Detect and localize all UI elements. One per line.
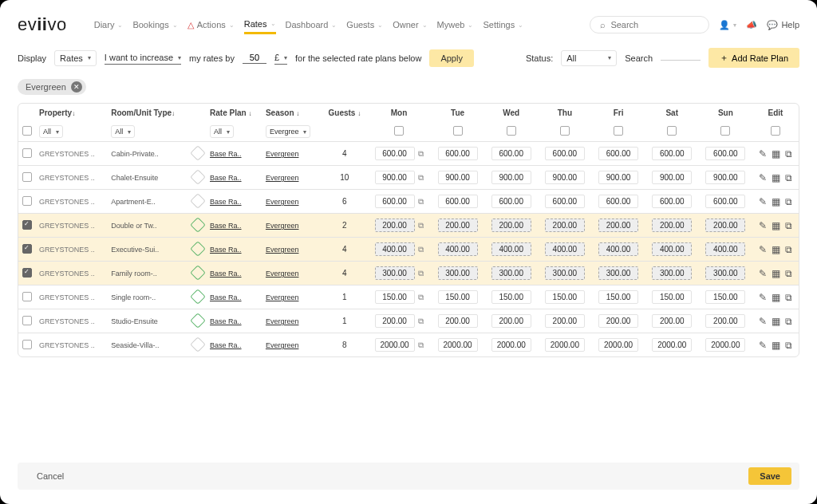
nav-settings[interactable]: Settings⌄ bbox=[483, 20, 523, 30]
rate-cell[interactable]: 150.00 bbox=[598, 290, 638, 304]
rate-cell[interactable]: 200.00 bbox=[545, 219, 585, 232]
rate-cell[interactable]: 300.00 bbox=[438, 266, 478, 280]
day-checkbox-thu[interactable] bbox=[560, 126, 570, 136]
nav-diary[interactable]: Diary⌄ bbox=[94, 20, 124, 30]
col-rateplan[interactable]: Rate Plan ↓ bbox=[207, 104, 262, 122]
wand-icon[interactable]: ✎ bbox=[759, 316, 767, 327]
rate-plan-link[interactable]: Base Ra.. bbox=[210, 293, 242, 301]
day-checkbox-tue[interactable] bbox=[453, 126, 463, 136]
rate-cell[interactable]: 900.00 bbox=[598, 171, 638, 184]
rate-cell[interactable]: 600.00 bbox=[438, 147, 478, 160]
rate-cell[interactable]: 300.00 bbox=[375, 266, 415, 280]
wand-icon[interactable]: ✎ bbox=[759, 292, 767, 303]
rate-cell[interactable]: 400.00 bbox=[598, 242, 638, 256]
nav-dashboard[interactable]: Dashboard⌄ bbox=[286, 20, 337, 30]
rate-cell[interactable]: 2000.00 bbox=[652, 338, 692, 352]
rate-cell[interactable]: 600.00 bbox=[598, 195, 638, 208]
announcements-icon[interactable]: 📣 bbox=[746, 20, 757, 30]
copy-icon[interactable]: ⧉ bbox=[785, 172, 792, 183]
copy-icon[interactable]: ⧉ bbox=[418, 341, 424, 350]
copy-icon[interactable]: ⧉ bbox=[785, 340, 792, 351]
filter-chip-evergreen[interactable]: Evergreen ✕ bbox=[18, 79, 86, 95]
wand-icon[interactable]: ✎ bbox=[759, 340, 767, 351]
rate-cell[interactable]: 900.00 bbox=[491, 171, 531, 184]
day-checkbox-mon[interactable] bbox=[394, 126, 404, 136]
wand-icon[interactable]: ✎ bbox=[759, 148, 767, 159]
row-checkbox[interactable] bbox=[22, 196, 32, 206]
nav-actions[interactable]: △Actions⌄ bbox=[187, 20, 235, 30]
select-all-checkbox[interactable] bbox=[22, 126, 32, 136]
copy-icon[interactable]: ⧉ bbox=[418, 245, 424, 254]
rate-cell[interactable]: 300.00 bbox=[652, 266, 692, 280]
rate-cell[interactable]: 600.00 bbox=[375, 147, 415, 160]
amount-input[interactable] bbox=[243, 52, 266, 64]
remove-filter-icon[interactable]: ✕ bbox=[71, 81, 82, 93]
rate-cell[interactable]: 600.00 bbox=[652, 147, 692, 160]
search-field[interactable] bbox=[661, 55, 701, 61]
rate-cell[interactable]: 200.00 bbox=[652, 219, 692, 232]
season-link[interactable]: Evergreen bbox=[266, 270, 299, 278]
rate-cell[interactable]: 600.00 bbox=[652, 195, 692, 208]
grid-icon[interactable]: ▦ bbox=[772, 148, 780, 159]
rate-cell[interactable]: 600.00 bbox=[491, 147, 531, 160]
season-link[interactable]: Evergreen bbox=[266, 150, 299, 158]
rate-cell[interactable]: 2000.00 bbox=[545, 338, 585, 352]
rate-plan-link[interactable]: Base Ra.. bbox=[210, 246, 242, 254]
status-select[interactable]: All▾ bbox=[561, 50, 617, 66]
grid-icon[interactable]: ▦ bbox=[772, 340, 780, 351]
rate-plan-link[interactable]: Base Ra.. bbox=[210, 174, 242, 182]
add-rate-plan-button[interactable]: ＋Add Rate Plan bbox=[708, 48, 799, 68]
grid-icon[interactable]: ▦ bbox=[772, 220, 780, 231]
row-checkbox[interactable] bbox=[22, 172, 32, 182]
rate-cell[interactable]: 400.00 bbox=[545, 242, 585, 256]
wand-icon[interactable]: ✎ bbox=[759, 196, 767, 207]
rate-cell[interactable]: 200.00 bbox=[375, 219, 415, 232]
row-checkbox[interactable] bbox=[22, 292, 32, 301]
season-link[interactable]: Evergreen bbox=[266, 246, 299, 254]
user-menu[interactable]: 👤▾ bbox=[719, 20, 736, 30]
rate-cell[interactable]: 2000.00 bbox=[375, 338, 415, 352]
copy-icon[interactable]: ⧉ bbox=[785, 196, 792, 207]
rate-cell[interactable]: 900.00 bbox=[438, 171, 478, 184]
edit-checkbox[interactable] bbox=[771, 126, 780, 136]
copy-icon[interactable]: ⧉ bbox=[418, 269, 424, 278]
wand-icon[interactable]: ✎ bbox=[759, 268, 767, 279]
grid-icon[interactable]: ▦ bbox=[772, 196, 780, 207]
rate-plan-link[interactable]: Base Ra.. bbox=[210, 222, 242, 230]
rate-cell[interactable]: 150.00 bbox=[375, 290, 415, 304]
row-checkbox[interactable] bbox=[22, 340, 32, 349]
grid-icon[interactable]: ▦ bbox=[772, 316, 780, 327]
rate-cell[interactable]: 200.00 bbox=[438, 219, 478, 232]
copy-icon[interactable]: ⧉ bbox=[785, 268, 792, 279]
season-link[interactable]: Evergreen bbox=[266, 293, 299, 301]
rate-cell[interactable]: 150.00 bbox=[438, 290, 478, 304]
rate-cell[interactable]: 600.00 bbox=[598, 147, 638, 160]
row-checkbox[interactable] bbox=[22, 148, 32, 158]
col-property[interactable]: Property↓ bbox=[36, 104, 108, 122]
season-link[interactable]: Evergreen bbox=[266, 198, 299, 206]
copy-icon[interactable]: ⧉ bbox=[785, 244, 792, 255]
day-checkbox-sat[interactable] bbox=[667, 126, 677, 136]
rate-cell[interactable]: 400.00 bbox=[438, 242, 478, 256]
rate-plan-link[interactable]: Base Ra.. bbox=[210, 341, 242, 349]
copy-icon[interactable]: ⧉ bbox=[418, 173, 424, 183]
nav-bookings[interactable]: Bookings⌄ bbox=[132, 20, 177, 30]
rate-cell[interactable]: 200.00 bbox=[705, 314, 745, 328]
row-checkbox[interactable] bbox=[22, 316, 32, 325]
grid-icon[interactable]: ▦ bbox=[772, 172, 780, 183]
copy-icon[interactable]: ⧉ bbox=[418, 221, 424, 230]
row-checkbox[interactable] bbox=[22, 244, 32, 254]
wand-icon[interactable]: ✎ bbox=[759, 244, 767, 255]
rate-cell[interactable]: 900.00 bbox=[375, 171, 415, 184]
col-guests[interactable]: Guests ↓ bbox=[322, 104, 367, 122]
copy-icon[interactable]: ⧉ bbox=[418, 197, 424, 207]
wand-icon[interactable]: ✎ bbox=[759, 172, 767, 183]
rate-cell[interactable]: 150.00 bbox=[705, 290, 745, 304]
rate-cell[interactable]: 400.00 bbox=[705, 242, 745, 256]
rate-cell[interactable]: 200.00 bbox=[438, 314, 478, 328]
rate-cell[interactable]: 2000.00 bbox=[598, 338, 638, 352]
filter-room[interactable]: All▾ bbox=[111, 125, 135, 138]
copy-icon[interactable]: ⧉ bbox=[785, 220, 792, 231]
rate-cell[interactable]: 600.00 bbox=[375, 195, 415, 208]
filter-rateplan[interactable]: All▾ bbox=[210, 125, 234, 138]
